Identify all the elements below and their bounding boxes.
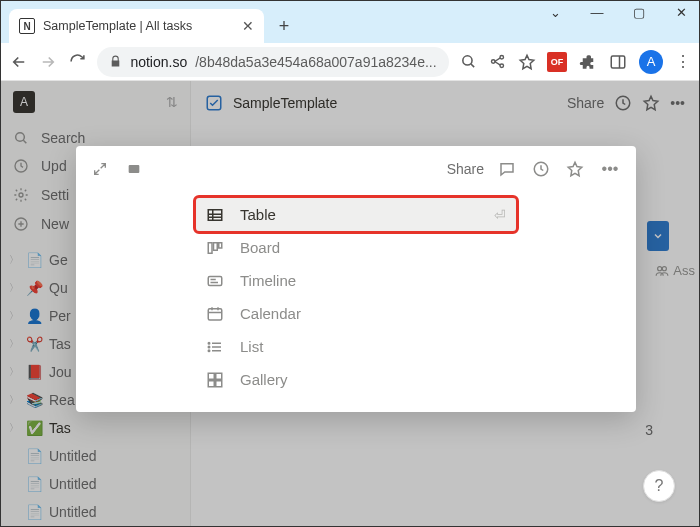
- view-option-label: Calendar: [240, 305, 301, 322]
- svg-rect-25: [216, 373, 222, 379]
- window-minimize-icon[interactable]: —: [585, 5, 609, 20]
- tab-close-icon[interactable]: ✕: [242, 18, 254, 34]
- window-dropdown-icon[interactable]: ⌄: [543, 5, 567, 20]
- url-path: /8b48da5a3e454a68a007a91a8234e...: [195, 54, 436, 70]
- board-view-icon: [206, 239, 226, 257]
- timeline-view-icon: [206, 272, 226, 290]
- reload-button[interactable]: [68, 51, 87, 73]
- extension-icons: OF A ⋮: [547, 50, 691, 74]
- popover-topbar: Share •••: [76, 146, 636, 192]
- forward-button[interactable]: [38, 51, 57, 73]
- view-picker-popover: Share ••• Table⏎BoardTimelineCalendarLis…: [76, 146, 636, 412]
- address-bar[interactable]: notion.so/8b48da5a3e454a68a007a91a8234e.…: [97, 47, 448, 77]
- comments-icon[interactable]: [498, 160, 518, 178]
- view-option-calendar[interactable]: Calendar: [196, 297, 516, 330]
- extension-badge[interactable]: OF: [547, 52, 567, 72]
- svg-point-0: [463, 56, 472, 65]
- help-button[interactable]: ?: [643, 470, 675, 502]
- browser-toolbar: notion.so/8b48da5a3e454a68a007a91a8234e.…: [1, 43, 699, 81]
- window-controls: ⌄ — ▢ ✕: [543, 5, 693, 20]
- view-type-list: Table⏎BoardTimelineCalendarListGallery: [196, 198, 516, 396]
- view-option-timeline[interactable]: Timeline: [196, 264, 516, 297]
- view-option-board[interactable]: Board: [196, 231, 516, 264]
- more-menu-icon[interactable]: •••: [600, 160, 620, 178]
- window-close-icon[interactable]: ✕: [669, 5, 693, 20]
- svg-rect-16: [208, 242, 212, 253]
- bookmark-star-icon[interactable]: [518, 51, 537, 73]
- profile-avatar[interactable]: A: [639, 50, 663, 74]
- svg-rect-24: [208, 373, 214, 379]
- side-panel-icon[interactable]: [609, 53, 627, 71]
- expand-icon[interactable]: [92, 161, 112, 177]
- enter-key-icon: ⏎: [494, 207, 506, 223]
- browser-titlebar: N SampleTemplate | All tasks ✕ + ⌄ — ▢ ✕: [1, 1, 699, 43]
- search-icon[interactable]: [459, 51, 478, 73]
- svg-rect-4: [611, 56, 625, 68]
- svg-rect-18: [219, 242, 222, 247]
- popover-share-button[interactable]: Share: [447, 161, 484, 177]
- view-option-table[interactable]: Table⏎: [196, 198, 516, 231]
- peek-mode-icon[interactable]: [126, 161, 146, 177]
- svg-point-3: [500, 64, 504, 68]
- calendar-view-icon: [206, 305, 226, 323]
- favorite-star-icon[interactable]: [566, 160, 586, 178]
- view-option-label: Board: [240, 239, 280, 256]
- window-maximize-icon[interactable]: ▢: [627, 5, 651, 20]
- svg-rect-13: [129, 165, 140, 173]
- new-tab-button[interactable]: +: [270, 12, 298, 40]
- svg-rect-17: [214, 242, 218, 250]
- svg-point-1: [492, 60, 496, 64]
- svg-rect-20: [208, 308, 222, 319]
- table-view-icon: [206, 206, 226, 224]
- list-view-icon: [206, 338, 226, 356]
- svg-point-21: [208, 342, 210, 344]
- gallery-view-icon: [206, 371, 226, 389]
- svg-point-23: [208, 350, 210, 352]
- back-button[interactable]: [9, 51, 28, 73]
- view-option-list[interactable]: List: [196, 330, 516, 363]
- view-option-label: List: [240, 338, 263, 355]
- svg-rect-26: [208, 380, 214, 386]
- notion-favicon: N: [19, 18, 35, 34]
- view-option-gallery[interactable]: Gallery: [196, 363, 516, 396]
- browser-tab[interactable]: N SampleTemplate | All tasks ✕: [9, 9, 264, 43]
- svg-rect-27: [216, 380, 222, 386]
- extensions-icon[interactable]: [579, 53, 597, 71]
- svg-rect-19: [208, 276, 222, 285]
- svg-point-2: [500, 55, 504, 59]
- view-option-label: Gallery: [240, 371, 288, 388]
- view-option-label: Table: [240, 206, 276, 223]
- svg-point-22: [208, 346, 210, 348]
- updates-icon[interactable]: [532, 160, 552, 178]
- tab-title: SampleTemplate | All tasks: [43, 19, 234, 33]
- browser-menu-icon[interactable]: ⋮: [675, 52, 691, 71]
- lock-icon: [109, 55, 122, 68]
- share-icon[interactable]: [488, 51, 507, 73]
- url-host: notion.so: [130, 54, 187, 70]
- view-option-label: Timeline: [240, 272, 296, 289]
